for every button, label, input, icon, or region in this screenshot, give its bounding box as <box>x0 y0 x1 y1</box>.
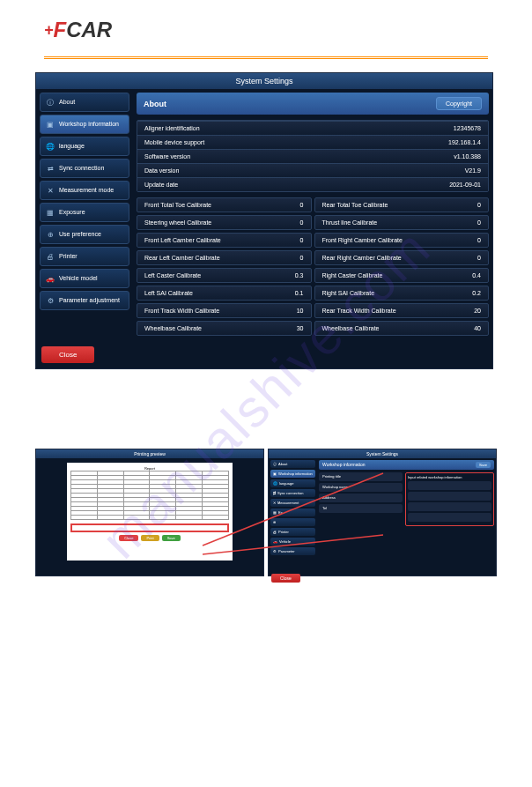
cal-value: 40 <box>474 325 481 331</box>
sidebar-item-sync[interactable]: ⇄Sync connection <box>40 159 129 178</box>
sidebar-item-exposure[interactable]: ▦Exposure <box>40 203 129 222</box>
cal-label: Rear Track Width Calibrate <box>322 308 396 314</box>
sidebar-item-workshop[interactable]: ▣Workshop information <box>40 115 129 134</box>
cal-value: 30 <box>297 325 304 331</box>
mini-main: Workshop information Save Printing title… <box>317 458 496 565</box>
sidebar-label: Printer <box>59 253 78 260</box>
report-save-button[interactable]: Save <box>162 535 181 541</box>
mini-field-label: Address <box>319 494 403 502</box>
mini-inputs-box: Input related workshop information <box>405 472 494 526</box>
highlight-box-left <box>70 523 229 532</box>
lower-section: Printing preview Report <box>35 449 497 576</box>
cal-label: Rear Right Camber Calibrate <box>322 255 402 261</box>
info-row: Update date2021-09-01 <box>137 177 488 191</box>
cal-value: 0 <box>300 237 304 243</box>
title-bar: System Settings <box>36 73 492 89</box>
sidebar-label: Use preference <box>59 231 101 238</box>
mini-input[interactable] <box>408 492 491 501</box>
close-button[interactable]: Close <box>41 346 94 363</box>
cal-label: Wheelbase Calibrate <box>144 325 202 331</box>
logo-f: F <box>54 18 67 42</box>
mini-save-button[interactable]: Save <box>476 462 491 468</box>
sidebar-item-measurement[interactable]: ✕Measurement mode <box>40 181 129 200</box>
cal-value: 0.1 <box>295 290 304 296</box>
info-value: V21.9 <box>465 167 481 174</box>
sidebar-label: About <box>59 99 75 106</box>
mini-sidebar-item[interactable]: 🚗Vehicle <box>270 538 315 546</box>
report-print-button[interactable]: Print <box>141 535 159 541</box>
mini-sidebar-item[interactable]: ⚙Parameter <box>270 547 315 555</box>
calibration-row: Front Track Width Calibrate10 <box>137 303 312 318</box>
mini-input[interactable] <box>408 481 491 490</box>
mini-sidebar-item[interactable]: ⓘAbout <box>270 460 315 468</box>
mini-title-left: Printing preview <box>36 449 263 458</box>
info-label: Aligner identification <box>144 125 200 131</box>
cal-label: Rear Total Toe Calibrate <box>322 202 388 208</box>
copyright-button[interactable]: Copyright <box>436 97 482 110</box>
info-label: Software version <box>144 153 190 160</box>
sync-icon: ⇄ <box>46 164 55 173</box>
panel-header: About Copyright <box>137 93 489 115</box>
calibration-row: Right Caster Calibrate0.4 <box>314 268 490 283</box>
logo-rest: CAR <box>66 18 112 42</box>
info-label: Data version <box>144 167 179 174</box>
sidebar-label: language <box>59 143 85 150</box>
cal-label: Rear Left Camber Calibrate <box>144 255 220 261</box>
mini-sidebar-item[interactable]: ⇄Sync connection <box>270 489 315 497</box>
info-label: Mobile device support <box>144 139 204 145</box>
cal-value: 0 <box>477 255 481 261</box>
mini-window-left: Printing preview Report <box>35 449 264 576</box>
mini-panel-header: Workshop information Save <box>319 460 494 470</box>
calibration-row: Wheelbase Calibrate30 <box>137 321 312 336</box>
mini-fields-col: Printing titleWorkshop nameAddressTel <box>319 472 403 526</box>
sidebar-item-preference[interactable]: ⊕Use preference <box>40 225 129 244</box>
mini-sidebar-item[interactable]: 🌐language <box>270 479 315 487</box>
sidebar: ⓘAbout▣Workshop information🌐language⇄Syn… <box>36 89 133 339</box>
mini-field-label: Workshop name <box>319 483 403 492</box>
preference-icon: ⊕ <box>46 230 55 239</box>
sidebar-item-language[interactable]: 🌐language <box>40 137 129 156</box>
mini-sidebar-item[interactable]: 🖨Printer <box>270 528 315 536</box>
sidebar-label: Workshop information <box>59 121 119 128</box>
sidebar-item-vehicle[interactable]: 🚗Vehicle model <box>40 269 129 288</box>
mini-sidebar-item[interactable]: ▦Ex <box>270 509 315 516</box>
report-close-button[interactable]: Close <box>119 535 138 541</box>
cal-value: 0 <box>300 202 304 208</box>
cal-value: 0 <box>300 255 304 261</box>
info-section: Aligner identification12345678Mobile dev… <box>137 120 489 192</box>
calibration-row: Rear Track Width Calibrate20 <box>314 303 490 318</box>
about-icon: ⓘ <box>46 98 55 107</box>
info-row: Software versionv1.10.388 <box>137 149 488 163</box>
header-rule <box>44 56 488 59</box>
cal-label: Front Right Camber Calibrate <box>322 237 403 243</box>
cal-value: 10 <box>297 308 304 314</box>
calibration-row: Front Left Camber Calibrate0 <box>137 233 312 248</box>
calibration-row: Front Right Camber Calibrate0 <box>314 233 490 248</box>
cal-value: 0 <box>477 219 481 226</box>
calibration-row: Wheelbase Calibrate40 <box>314 321 490 336</box>
mini-sidebar-item[interactable]: ✕Measurement <box>270 499 315 507</box>
report-area: Report Close Print Sav <box>67 463 233 561</box>
calibration-row: Rear Left Camber Calibrate0 <box>137 250 312 265</box>
sidebar-item-parameter[interactable]: ⚙Parameter adjustment <box>40 291 129 310</box>
mini-sidebar-item[interactable]: ⊕ <box>270 518 315 526</box>
mini-input[interactable] <box>408 502 491 511</box>
cal-value: 0.3 <box>295 272 304 278</box>
mini-input[interactable] <box>408 513 491 522</box>
cal-value: 20 <box>474 308 481 314</box>
exposure-icon: ▦ <box>46 208 55 217</box>
language-icon: 🌐 <box>46 142 55 151</box>
calibration-row: Left Caster Calibrate0.3 <box>137 268 312 283</box>
mini-window-right: System Settings ⓘAbout▣Workshop informat… <box>268 449 497 576</box>
sidebar-item-printer[interactable]: 🖨Printer <box>40 247 129 266</box>
calibration-row: Left SAI Calibrate0.1 <box>137 286 312 301</box>
mini-sidebar-item[interactable]: ▣Workshop information <box>270 470 315 478</box>
mini-sidebar: ⓘAbout▣Workshop information🌐language⇄Syn… <box>269 458 317 565</box>
info-label: Update date <box>144 182 178 188</box>
info-value: 192.168.1.4 <box>448 139 481 145</box>
mini-close-button[interactable]: Close <box>271 574 300 583</box>
cal-label: Front Total Toe Calibrate <box>144 202 211 208</box>
calibration-row: Thrust line Calibrate0 <box>314 215 490 230</box>
sidebar-item-about[interactable]: ⓘAbout <box>40 93 129 112</box>
calibration-row: Rear Total Toe Calibrate0 <box>314 197 490 212</box>
